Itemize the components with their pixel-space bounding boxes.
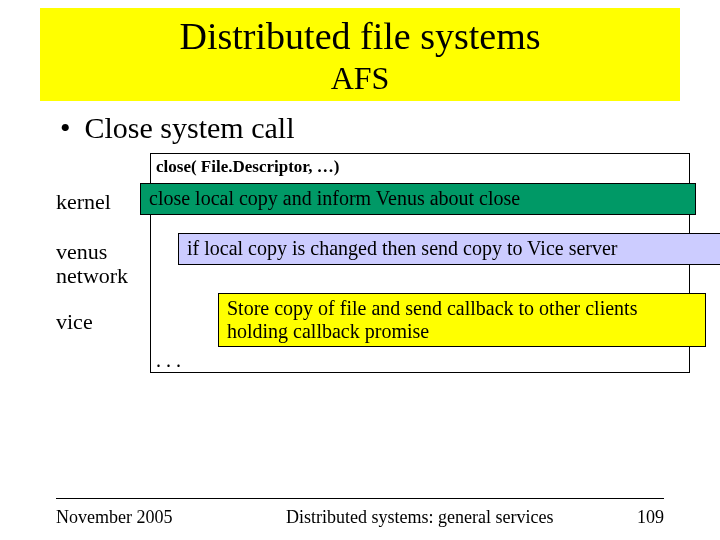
slide-title: Distributed file systems <box>40 14 680 58</box>
label-vice: vice <box>56 309 93 335</box>
diagram: close( File.Descriptor, …) kernel venus … <box>56 153 660 403</box>
label-kernel: kernel <box>56 189 111 215</box>
footer-date: November 2005 <box>56 507 172 528</box>
label-network: network <box>56 263 128 289</box>
slide: Distributed file systems AFS • Close sys… <box>0 8 720 540</box>
box-vice: Store copy of file and send callback to … <box>218 293 706 347</box>
ellipsis: . . . <box>156 349 181 372</box>
footer-page: 109 <box>637 507 664 528</box>
slide-subtitle: AFS <box>40 60 680 97</box>
title-block: Distributed file systems AFS <box>40 8 680 101</box>
box-venus: if local copy is changed then send copy … <box>178 233 720 265</box>
label-venus: venus <box>56 239 107 265</box>
footer-row: November 2005 Distributed systems: gener… <box>56 507 664 528</box>
footer: November 2005 Distributed systems: gener… <box>0 498 720 528</box>
close-call-text: close( File.Descriptor, …) <box>156 157 339 177</box>
box-kernel: close local copy and inform Venus about … <box>140 183 696 215</box>
bullet-item: • Close system call <box>60 111 660 145</box>
footer-title: Distributed systems: general services <box>172 507 637 528</box>
bullet-text: Close system call <box>85 111 295 145</box>
footer-rule <box>56 498 664 499</box>
bullet-dot: • <box>60 111 71 145</box>
